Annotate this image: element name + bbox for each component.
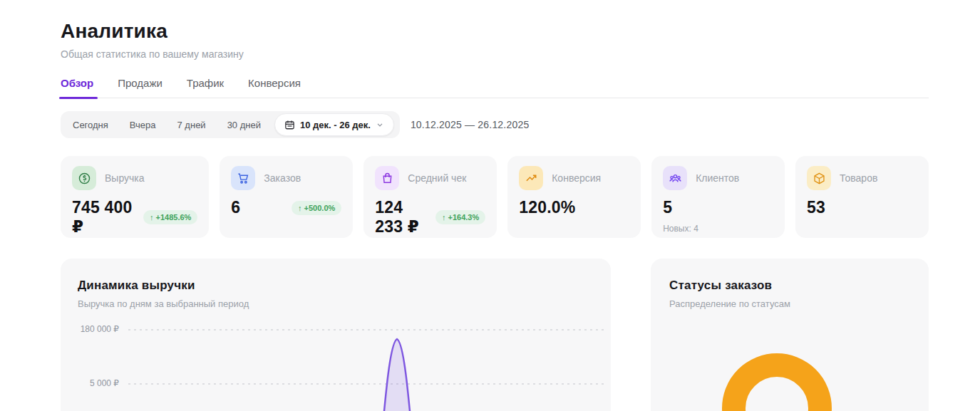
page-subtitle: Общая статистика по вашему магазину	[61, 48, 929, 60]
stat-badge: ↑ +1485.6%	[143, 210, 197, 224]
gridline-bottom: 5 000 ₽	[78, 378, 607, 389]
status-panel-title: Статусы заказов	[669, 279, 910, 293]
chevron-down-icon	[376, 120, 384, 129]
stat-label: Клиентов	[696, 172, 739, 184]
preset-today[interactable]: Сегодня	[65, 115, 116, 135]
tab-traffic[interactable]: Трафик	[187, 77, 224, 98]
status-panel-subtitle: Распределение по статусам	[669, 298, 910, 309]
stat-value: 53	[807, 198, 825, 217]
shopping-bag-icon	[375, 166, 399, 190]
stat-value: 6	[231, 198, 240, 217]
date-range-label: 10 дек. - 26 дек.	[300, 120, 371, 130]
y-axis-tick-bottom: 5 000 ₽	[78, 378, 119, 389]
page-title: Аналитика	[61, 20, 929, 43]
preset-30-days[interactable]: 30 дней	[220, 115, 269, 135]
revenue-panel-title: Динамика выручки	[78, 279, 594, 293]
preset-yesterday[interactable]: Вчера	[122, 115, 164, 135]
stats-row: Выручка 745 400 ₽ ↑ +1485.6%	[61, 156, 929, 238]
stat-value: 5	[663, 198, 672, 217]
stat-card-conversion: Конверсия 120.0%	[507, 156, 641, 238]
stat-card-avg-check: Средний чек 124 233 ₽ ↑ +164.3%	[363, 156, 497, 238]
stat-card-products: Товаров 53	[795, 156, 929, 238]
date-range-picker[interactable]: 10 дек. - 26 дек.	[274, 113, 394, 136]
order-statuses-panel: Статусы заказов Распределение по статуса…	[651, 259, 929, 411]
stat-label: Средний чек	[408, 172, 466, 184]
stat-card-orders: Заказов 6 ↑ +500.0%	[220, 156, 353, 238]
stat-card-revenue: Выручка 745 400 ₽ ↑ +1485.6%	[61, 156, 209, 238]
tab-sales[interactable]: Продажи	[118, 77, 163, 98]
stat-label: Заказов	[264, 172, 301, 184]
arrow-up-icon: ↑	[442, 213, 446, 222]
date-filter-bar: Сегодня Вчера 7 дней 30 дней 10 дек. - 2…	[61, 111, 400, 138]
stat-sub-new-customers: Новых: 4	[663, 224, 773, 234]
tab-overview[interactable]: Обзор	[61, 77, 93, 98]
gridline-top: 180 000 ₽	[78, 324, 607, 335]
revenue-panel-subtitle: Выручка по дням за выбранный период	[78, 298, 594, 309]
date-range-text: 10.12.2025 — 26.12.2025	[411, 119, 530, 130]
stat-label: Конверсия	[552, 172, 601, 184]
stat-card-customers: Клиентов 5 Новых: 4	[651, 156, 785, 238]
stat-value: 124 233 ₽	[375, 198, 429, 236]
users-group-icon	[663, 166, 687, 190]
panels-row: Динамика выручки Выручка по дням за выбр…	[61, 259, 929, 411]
shopping-cart-icon	[231, 166, 255, 190]
stat-value: 745 400 ₽	[72, 198, 143, 236]
arrow-up-icon: ↑	[150, 213, 154, 222]
package-cube-icon	[807, 166, 831, 190]
filter-row: Сегодня Вчера 7 дней 30 дней 10 дек. - 2…	[61, 111, 929, 138]
dotted-gridline	[128, 329, 607, 331]
currency-coin-icon	[72, 166, 96, 190]
trending-up-icon	[519, 166, 543, 190]
stat-label: Выручка	[105, 172, 145, 184]
arrow-up-icon: ↑	[298, 204, 302, 212]
stat-label: Товаров	[840, 172, 877, 184]
preset-7-days[interactable]: 7 дней	[170, 115, 214, 135]
dotted-gridline	[128, 383, 607, 385]
tab-bar: Обзор Продажи Трафик Конверсия	[61, 77, 929, 98]
y-axis-tick-top: 180 000 ₽	[78, 324, 119, 335]
stat-badge: ↑ +500.0%	[292, 201, 341, 215]
stat-badge: ↑ +164.3%	[435, 210, 485, 224]
calendar-icon	[284, 120, 295, 130]
revenue-dynamics-panel: Динамика выручки Выручка по дням за выбр…	[61, 259, 611, 411]
analytics-page: Аналитика Общая статистика по вашему маг…	[0, 0, 980, 411]
stat-value: 120.0%	[519, 198, 575, 217]
tab-conversion[interactable]: Конверсия	[248, 77, 301, 98]
